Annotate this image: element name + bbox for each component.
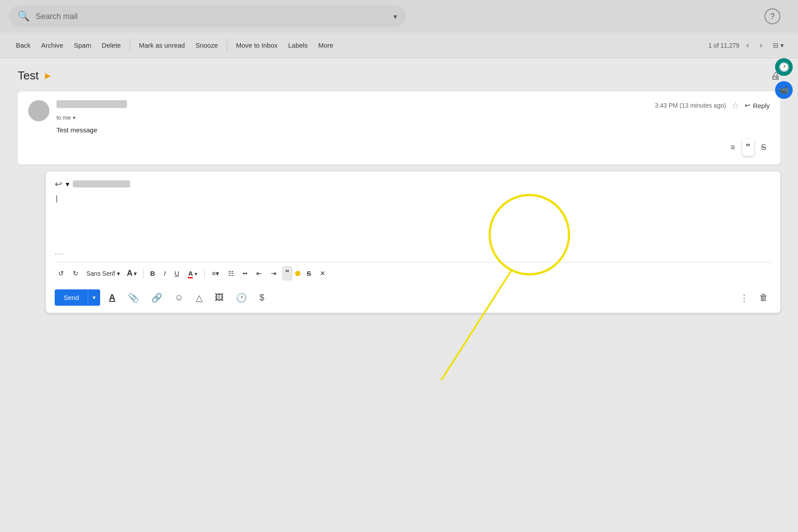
toolbar: Back Archive Spam Delete Mark as unread …	[0, 33, 798, 58]
photo-icon: 🖼	[215, 292, 224, 302]
italic-button[interactable]: I	[160, 267, 169, 280]
more-button[interactable]: More	[313, 38, 338, 52]
font-size-label: A	[127, 269, 133, 278]
to-dropdown-icon[interactable]: ▾	[73, 115, 75, 121]
labels-button[interactable]: Labels	[283, 38, 313, 52]
three-dots-button[interactable]: ···	[55, 249, 772, 259]
email-message: 3:43 PM (13 minutes ago) ☆ ↩ Reply to me…	[18, 91, 780, 165]
next-email-button[interactable]: ›	[756, 39, 766, 52]
indent-dec-icon: ⇤	[256, 270, 262, 277]
reply-header-icon[interactable]: ↩	[55, 179, 62, 189]
font-select[interactable]: Sans Serif ▾	[84, 268, 123, 279]
lines-format-button[interactable]: ≡	[727, 140, 739, 155]
text-format-button[interactable]: A	[105, 290, 119, 305]
search-container[interactable]: 🔍 Search mail ▾	[9, 5, 406, 27]
indent-inc-icon: ⇥	[271, 270, 277, 277]
blockquote-button[interactable]: "	[742, 139, 754, 156]
photo-button[interactable]: 🖼	[211, 290, 227, 305]
confidential-button[interactable]: $	[256, 290, 268, 305]
more-options-button[interactable]: ⋮	[736, 290, 752, 306]
email-body: 3:43 PM (13 minutes ago) ☆ ↩ Reply to me…	[56, 100, 770, 156]
spam-button[interactable]: Spam	[68, 38, 96, 52]
mark-unread-button[interactable]: Mark as unread	[134, 38, 190, 52]
main-content: Test ► 🖨 3:43 PM (13 minutes ago) ☆ ↩ Re…	[0, 58, 798, 323]
format-toolbar: ↺ ↻ Sans Serif ▾ A ▾ B I U A ▾ ≡	[55, 262, 772, 284]
help-icon[interactable]: ?	[764, 8, 780, 24]
meet-sidebar-icon[interactable]: 📹	[775, 81, 793, 99]
indent-dec-button[interactable]: ⇤	[253, 267, 266, 280]
reply-button[interactable]: ↩ Reply	[745, 101, 770, 109]
video-icon: 📹	[779, 85, 789, 95]
count-text: 1 of 11,279	[708, 42, 739, 49]
ordered-list-button[interactable]: ☷	[225, 267, 237, 280]
toolbar-separator-2	[227, 39, 227, 52]
size-dropdown-icon: ▾	[134, 270, 137, 277]
indent-inc-button[interactable]: ⇥	[267, 267, 280, 280]
view-options-button[interactable]: ⊟ ▾	[769, 40, 787, 51]
text-color-icon: A ▾	[188, 270, 197, 277]
reply-label: Reply	[753, 102, 770, 109]
font-size-button[interactable]: A ▾	[124, 267, 139, 280]
send-button[interactable]: Send	[55, 289, 88, 306]
reply-to-name	[73, 180, 130, 187]
blockquote-format-button[interactable]: "	[282, 266, 293, 281]
link-button[interactable]: 🔗	[148, 290, 166, 306]
send-row-right: ⋮ 🗑	[736, 290, 772, 306]
importance-icon: ►	[43, 70, 53, 82]
emoji-button[interactable]: ☺	[171, 290, 187, 305]
blockquote-format-icon: "	[285, 269, 289, 278]
reply-area: ↩ ▾ | ··· ↺ ↻ Sans Serif ▾ A ▾ B I U A	[46, 172, 780, 313]
delete-button[interactable]: Delete	[97, 38, 126, 52]
dropdown-icon[interactable]: ▾	[66, 180, 69, 188]
toolbar-separator-1	[130, 39, 130, 52]
emoji-icon: ☺	[175, 292, 184, 302]
to-me-label: to me	[56, 114, 71, 121]
underline-button[interactable]: U	[171, 267, 183, 280]
send-group: Send ▾	[55, 289, 100, 306]
schedule-button[interactable]: 🕐	[232, 290, 251, 306]
drive-button[interactable]: △	[192, 290, 206, 306]
grid-icon: ⊟	[773, 41, 779, 49]
unordered-list-button[interactable]: ••	[239, 267, 251, 280]
redo-button[interactable]: ↻	[69, 267, 82, 280]
view-dropdown-icon: ▾	[780, 41, 784, 49]
strikethrough-icon: S	[761, 143, 766, 152]
search-bar: 🔍 Search mail ▾ ?	[0, 0, 798, 33]
align-button[interactable]: ≡ ▾	[208, 267, 223, 280]
search-dropdown-icon[interactable]: ▾	[393, 12, 397, 21]
strikethrough-button[interactable]: S	[757, 140, 770, 155]
clear-format-button[interactable]: ✕	[316, 267, 329, 280]
text-format-icon: A	[109, 292, 115, 302]
email-meta: 3:43 PM (13 minutes ago) ☆ ↩ Reply	[655, 100, 770, 111]
move-inbox-button[interactable]: Move to Inbox	[231, 38, 283, 52]
snooze-button[interactable]: Snooze	[190, 38, 223, 52]
thread-title-text: Test	[18, 69, 39, 82]
star-icon[interactable]: ☆	[731, 100, 739, 111]
attach-button[interactable]: 📎	[124, 290, 142, 306]
unordered-list-icon: ••	[243, 270, 247, 277]
strikethrough-format-button[interactable]: S	[303, 267, 315, 280]
align-dropdown-icon: ▾	[216, 270, 219, 277]
text-color-button[interactable]: A ▾	[184, 267, 201, 280]
search-input[interactable]: Search mail	[36, 12, 387, 21]
discard-button[interactable]: 🗑	[756, 290, 772, 305]
more-options-icon: ⋮	[740, 293, 749, 303]
send-row: Send ▾ A 📎 🔗 ☺ △ 🖼 🕐	[55, 284, 772, 306]
bold-button[interactable]: B	[147, 267, 159, 280]
search-icon: 🔍	[18, 11, 30, 22]
right-sidebar: 🕐 📹	[770, 53, 798, 104]
back-button[interactable]: Back	[11, 38, 36, 52]
fmt-separator-1	[143, 269, 143, 278]
email-header-row: 3:43 PM (13 minutes ago) ☆ ↩ Reply	[56, 100, 770, 111]
archive-button[interactable]: Archive	[36, 38, 68, 52]
reply-header: ↩ ▾	[55, 179, 772, 189]
send-dropdown-button[interactable]: ▾	[88, 289, 100, 306]
reply-arrow-icon: ↩	[745, 101, 750, 109]
undo-button[interactable]: ↺	[55, 267, 67, 280]
schedule-icon: 🕐	[236, 293, 247, 303]
reply-body[interactable]: |	[55, 195, 772, 247]
prev-email-button[interactable]: ‹	[743, 39, 753, 52]
clear-format-icon: ✕	[320, 270, 326, 277]
email-time: 3:43 PM (13 minutes ago)	[655, 102, 726, 109]
clock-sidebar-icon[interactable]: 🕐	[775, 58, 793, 76]
